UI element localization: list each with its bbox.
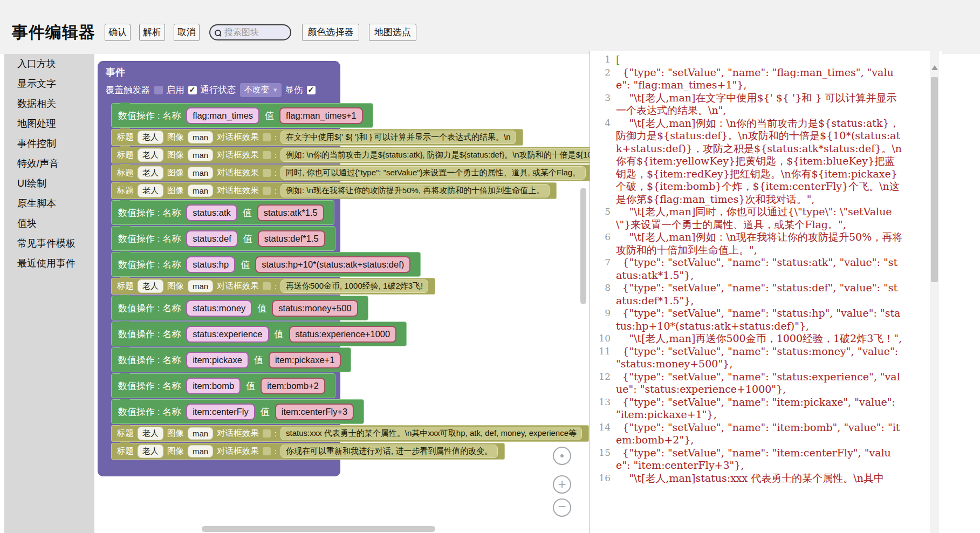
zoom-out-icon[interactable] bbox=[553, 498, 571, 517]
setvalue-name-field[interactable]: item:bomb bbox=[186, 378, 241, 394]
text-field[interactable]: 例如: \n你的当前攻击力是${status:atk}, 防御力是${statu… bbox=[280, 148, 590, 162]
color-picker-button[interactable]: 颜色选择器 bbox=[302, 24, 359, 41]
setvalue-name-field[interactable]: status:hp bbox=[186, 256, 235, 273]
trigger-checkbox[interactable] bbox=[154, 86, 163, 94]
image-field[interactable]: man bbox=[188, 167, 213, 179]
text-field[interactable]: 再送你500金币, 1000经验, 1破2炸3飞! bbox=[280, 279, 428, 293]
block-row-text[interactable]: 标题老人图像man对话框效果:例如: \n现在我将让你的攻防提升50%, 再将攻… bbox=[111, 182, 557, 199]
block-row-setvalue[interactable]: 数值操作 : 名称status:money值status:money+500 bbox=[111, 296, 368, 320]
setvalue-name-field[interactable]: item:centerFly bbox=[186, 404, 255, 420]
title-field[interactable]: 老人 bbox=[138, 131, 163, 144]
workspace-vertical-scrollbar[interactable] bbox=[580, 188, 586, 304]
block-row-setvalue[interactable]: 数值操作 : 名称status:atk值status:atk*1.5 bbox=[111, 200, 334, 225]
map-point-button[interactable]: 地图选点 bbox=[369, 24, 416, 41]
pass-status-dropdown[interactable]: 不改变 bbox=[240, 83, 282, 97]
dialog-effect-checkbox[interactable] bbox=[263, 169, 271, 177]
damage-checkbox[interactable] bbox=[307, 86, 316, 94]
block-row-setvalue[interactable]: 数值操作 : 名称status:experience值status:experi… bbox=[111, 322, 407, 346]
setvalue-value-field[interactable]: status:atk*1.5 bbox=[257, 204, 324, 221]
image-field[interactable]: man bbox=[188, 280, 213, 292]
block-row-setvalue[interactable]: 数值操作 : 名称flag:man_times值flag:man_times+1 bbox=[111, 103, 373, 128]
sidebar-category-特效/声音[interactable]: 特效/声音 bbox=[4, 154, 94, 174]
block-row-setvalue[interactable]: 数值操作 : 名称status:hp值status:hp+10*(status:… bbox=[111, 252, 421, 277]
image-field[interactable]: man bbox=[188, 131, 213, 144]
title-field[interactable]: 老人 bbox=[138, 166, 163, 180]
sidebar-category-入口方块[interactable]: 入口方块 bbox=[4, 54, 94, 74]
zoom-in-icon[interactable] bbox=[553, 475, 571, 494]
image-field[interactable]: man bbox=[188, 149, 213, 161]
block-row-text[interactable]: 标题老人图像man对话框效果:你现在可以重新和我进行对话, 进一步看到属性值的改… bbox=[111, 443, 505, 460]
text-field[interactable]: 例如: \n现在我将让你的攻防提升50%, 再将攻防和的十倍加到生命值上。 bbox=[280, 184, 550, 197]
text-field[interactable]: status:xxx 代表勇士的某个属性。\n其中xxx可取hp, atk, d… bbox=[280, 427, 582, 440]
block-row-text[interactable]: 标题老人图像man对话框效果:在文字中使用${' ${ '}和 } 可以计算并显… bbox=[111, 129, 523, 146]
block-row-setvalue[interactable]: 数值操作 : 名称status:def值status:def*1.5 bbox=[111, 226, 335, 251]
setvalue-value-field[interactable]: status:def*1.5 bbox=[258, 230, 325, 247]
cancel-button[interactable]: 取消 bbox=[174, 24, 200, 41]
setvalue-value-field[interactable]: status:experience+1000 bbox=[289, 326, 397, 343]
dialog-effect-checkbox[interactable] bbox=[263, 429, 271, 438]
title-field[interactable]: 老人 bbox=[138, 427, 163, 440]
json-code-editor[interactable]: 1[2 {"type": "setValue", "name": "flag:m… bbox=[590, 51, 942, 533]
dialog-effect-checkbox[interactable] bbox=[263, 151, 271, 159]
title-label: 标题 bbox=[117, 185, 134, 196]
block-row-setvalue[interactable]: 数值操作 : 名称item:bomb值item:bomb+2 bbox=[111, 373, 335, 398]
setvalue-name-field[interactable]: status:atk bbox=[186, 204, 237, 221]
setvalue-name-field[interactable]: flag:man_times bbox=[186, 107, 259, 124]
sidebar-category-事件控制[interactable]: 事件控制 bbox=[4, 134, 94, 154]
enable-checkbox[interactable] bbox=[188, 86, 197, 94]
setvalue-value-field[interactable]: item:centerFly+3 bbox=[275, 404, 354, 420]
setvalue-value-field[interactable]: item:bomb+2 bbox=[261, 378, 325, 394]
title-field[interactable]: 老人 bbox=[138, 148, 163, 162]
sidebar-category-原生脚本[interactable]: 原生脚本 bbox=[4, 194, 94, 214]
block-row-setvalue[interactable]: 数值操作 : 名称item:pickaxe值item:pickaxe+1 bbox=[111, 347, 351, 372]
sidebar-category-最近使用事件[interactable]: 最近使用事件 bbox=[4, 254, 94, 274]
code-scrollbar-thumb[interactable] bbox=[931, 77, 938, 282]
event-child-blocks: 数值操作 : 名称flag:man_times值flag:man_times+1… bbox=[111, 103, 590, 460]
text-field[interactable]: 同时, 你也可以通过{"type": "setValue"}来设置一个勇士的属性… bbox=[280, 166, 586, 180]
sidebar-category-显示文字[interactable]: 显示文字 bbox=[4, 74, 94, 94]
confirm-button[interactable]: 确认 bbox=[105, 24, 131, 41]
setvalue-name-field[interactable]: status:money bbox=[186, 300, 252, 317]
colon-label: : bbox=[275, 282, 277, 291]
setvalue-value-field[interactable]: item:pickaxe+1 bbox=[269, 352, 341, 368]
setvalue-value-field[interactable]: status:money+500 bbox=[272, 300, 358, 317]
sidebar-category-值块[interactable]: 值块 bbox=[4, 214, 94, 234]
setvalue-value-field[interactable]: flag:man_times+1 bbox=[279, 107, 363, 124]
title-field[interactable]: 老人 bbox=[138, 184, 163, 197]
title-field[interactable]: 老人 bbox=[138, 279, 163, 293]
sidebar-category-UI绘制[interactable]: UI绘制 bbox=[4, 174, 94, 194]
block-row-text[interactable]: 标题老人图像man对话框效果:status:xxx 代表勇士的某个属性。\n其中… bbox=[111, 425, 589, 442]
image-field[interactable]: man bbox=[188, 427, 213, 440]
search-box[interactable] bbox=[209, 24, 291, 40]
setvalue-name-field[interactable]: item:pickaxe bbox=[186, 352, 249, 368]
setvalue-name-field[interactable]: status:experience bbox=[186, 326, 269, 343]
workspace-horizontal-scrollbar[interactable] bbox=[202, 526, 435, 532]
zoom-reset-icon[interactable] bbox=[553, 447, 571, 465]
search-input[interactable] bbox=[223, 27, 286, 38]
block-row-text[interactable]: 标题老人图像man对话框效果:再送你500金币, 1000经验, 1破2炸3飞! bbox=[111, 278, 435, 295]
code-scrollbar[interactable] bbox=[930, 51, 939, 533]
sidebar-category-数据相关[interactable]: 数据相关 bbox=[4, 94, 94, 114]
dialog-effect-checkbox[interactable] bbox=[263, 187, 271, 195]
line-number: 2 bbox=[590, 66, 616, 79]
dialog-effect-checkbox[interactable] bbox=[263, 282, 271, 290]
sidebar-category-常见事件模板[interactable]: 常见事件模板 bbox=[4, 234, 94, 254]
block-row-text[interactable]: 标题老人图像man对话框效果:同时, 你也可以通过{"type": "setVa… bbox=[111, 165, 590, 181]
block-row-text[interactable]: 标题老人图像man对话框效果:例如: \n你的当前攻击力是${status:at… bbox=[111, 147, 590, 163]
parse-button[interactable]: 解析 bbox=[139, 24, 165, 41]
dialog-effect-checkbox[interactable] bbox=[263, 133, 271, 141]
title-field[interactable]: 老人 bbox=[138, 445, 163, 458]
line-number: 12 bbox=[590, 371, 616, 384]
scroll-up-arrow-icon[interactable] bbox=[931, 65, 938, 70]
blockly-workspace[interactable]: 事件 覆盖触发器 启用 通行状态 不改变 显伤 数值操作 : 名称flag:ma… bbox=[94, 54, 590, 533]
text-field[interactable]: 在文字中使用${' ${ '}和 } 可以计算并显示一个表达式的结果。\n bbox=[280, 131, 516, 144]
setvalue-value-field[interactable]: status:hp+10*(status:atk+status:def) bbox=[255, 256, 410, 273]
image-field[interactable]: man bbox=[188, 445, 213, 457]
setvalue-name-field[interactable]: status:def bbox=[186, 230, 238, 247]
image-field[interactable]: man bbox=[188, 184, 213, 197]
dialog-effect-checkbox[interactable] bbox=[263, 447, 271, 455]
text-field[interactable]: 你现在可以重新和我进行对话, 进一步看到属性值的改变。 bbox=[280, 445, 498, 458]
sidebar-category-地图处理[interactable]: 地图处理 bbox=[4, 114, 94, 134]
event-container-block[interactable]: 事件 覆盖触发器 启用 通行状态 不改变 显伤 数值操作 : 名称flag:ma… bbox=[98, 61, 340, 476]
block-row-setvalue[interactable]: 数值操作 : 名称item:centerFly值item:centerFly+3 bbox=[111, 399, 364, 424]
